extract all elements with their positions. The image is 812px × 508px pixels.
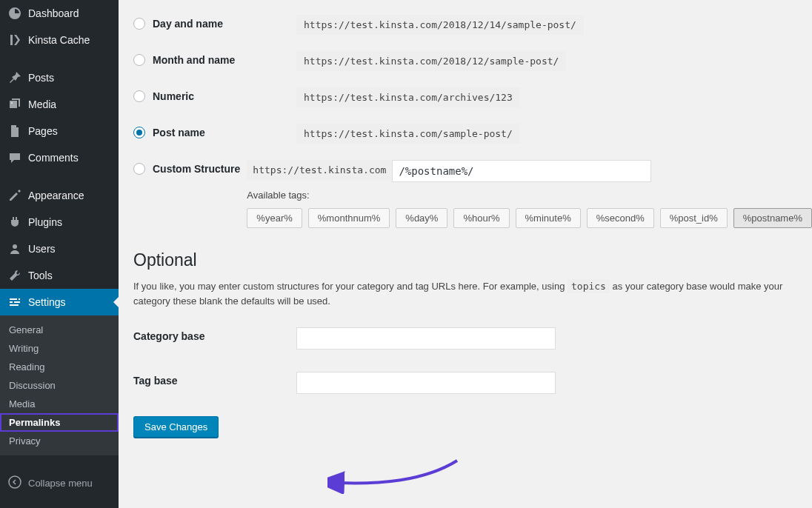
option-label: Month and name (153, 54, 235, 66)
collapse-label: Collapse menu (28, 478, 93, 489)
sidebar-item-label: Dashboard (28, 7, 79, 19)
svg-point-0 (11, 102, 13, 104)
appearance-icon (7, 188, 22, 203)
radio-day-name[interactable] (133, 18, 145, 30)
radio-numeric[interactable] (133, 90, 145, 102)
category-base-row: Category base (133, 327, 812, 350)
example-url: https://test.kinsta.com/archives/123 (296, 87, 520, 107)
save-changes-button[interactable]: Save Changes (133, 416, 219, 438)
users-icon (7, 241, 22, 256)
option-label: Numeric (153, 90, 194, 102)
submenu-item-discussion[interactable]: Discussion (0, 376, 119, 395)
option-label: Custom Structure (153, 163, 240, 175)
sidebar-item-users[interactable]: Users (0, 235, 119, 262)
sidebar-item-label: Appearance (28, 190, 84, 201)
sidebar-item-posts[interactable]: Posts (0, 64, 119, 91)
tools-icon (7, 268, 22, 283)
svg-rect-2 (10, 298, 17, 300)
svg-rect-5 (14, 301, 20, 303)
submenu-item-privacy[interactable]: Privacy (0, 432, 119, 450)
svg-point-1 (13, 244, 17, 249)
sidebar-item-dashboard[interactable]: Dashboard (0, 0, 119, 27)
comments-icon (7, 150, 22, 165)
main-content: Day and name https://test.kinsta.com/201… (119, 0, 812, 508)
permalink-option-month-name: Month and name https://test.kinsta.com/2… (133, 51, 812, 71)
plugins-icon (7, 215, 22, 230)
radio-label-day-name[interactable]: Day and name (133, 18, 296, 30)
sidebar-item-pages[interactable]: Pages (0, 118, 119, 144)
sidebar-item-plugins[interactable]: Plugins (0, 209, 119, 235)
permalink-option-day-name: Day and name https://test.kinsta.com/201… (133, 15, 812, 35)
optional-description: If you like, you may enter custom struct… (133, 279, 812, 308)
tag-hour[interactable]: %hour% (453, 208, 509, 228)
tag-minute[interactable]: %minute% (516, 208, 581, 228)
svg-point-7 (9, 476, 21, 488)
custom-url-prefix: https://test.kinsta.com (247, 160, 392, 180)
pin-icon (7, 70, 22, 85)
tag-year[interactable]: %year% (247, 208, 302, 228)
radio-post-name[interactable] (133, 127, 145, 138)
svg-rect-4 (10, 301, 13, 303)
tag-post-id[interactable]: %post_id% (660, 208, 728, 228)
sidebar-item-label: Tools (28, 270, 53, 281)
submenu-item-media[interactable]: Media (0, 395, 119, 413)
dashboard-icon (7, 6, 22, 21)
example-url: https://test.kinsta.com/sample-post/ (296, 124, 520, 144)
tag-base-input[interactable] (296, 372, 556, 394)
collapse-icon (7, 475, 22, 492)
admin-sidebar: Dashboard Kinsta Cache Posts Media Pages… (0, 0, 119, 508)
tag-monthnum[interactable]: %monthnum% (308, 208, 390, 228)
tag-postname[interactable]: %postname% (733, 208, 812, 228)
annotation-arrow-icon (327, 453, 461, 494)
sidebar-item-kinsta-cache[interactable]: Kinsta Cache (0, 27, 119, 53)
category-base-input[interactable] (296, 327, 556, 350)
submenu-item-permalinks[interactable]: Permalinks (0, 413, 119, 432)
tag-second[interactable]: %second% (587, 208, 654, 228)
permalink-option-custom: Custom Structure https://test.kinsta.com… (133, 160, 812, 228)
available-tags: %year% %monthnum% %day% %hour% %minute% … (247, 208, 812, 228)
tag-base-row: Tag base (133, 372, 812, 394)
option-label: Day and name (153, 18, 223, 30)
svg-rect-3 (19, 298, 20, 300)
submenu-item-writing[interactable]: Writing (0, 339, 119, 358)
radio-label-numeric[interactable]: Numeric (133, 90, 296, 102)
svg-rect-6 (10, 304, 19, 306)
radio-label-post-name[interactable]: Post name (133, 127, 296, 138)
pages-icon (7, 124, 22, 138)
optional-heading: Optional (133, 250, 812, 270)
submenu-item-general[interactable]: General (0, 321, 119, 339)
permalink-option-post-name: Post name https://test.kinsta.com/sample… (133, 124, 812, 144)
tag-base-label: Tag base (133, 372, 296, 387)
sidebar-item-label: Pages (28, 125, 58, 137)
tag-day[interactable]: %day% (396, 208, 447, 228)
kinsta-icon (7, 33, 22, 47)
sidebar-item-tools[interactable]: Tools (0, 262, 119, 289)
sidebar-item-label: Plugins (28, 216, 62, 228)
settings-icon (7, 295, 22, 310)
media-icon (7, 97, 22, 112)
radio-label-custom[interactable]: Custom Structure (133, 163, 247, 175)
sidebar-item-label: Comments (28, 152, 79, 164)
sidebar-item-label: Media (28, 98, 56, 110)
sidebar-item-label: Users (28, 243, 56, 255)
option-label: Post name (153, 127, 205, 138)
radio-month-name[interactable] (133, 54, 145, 66)
sidebar-item-comments[interactable]: Comments (0, 144, 119, 171)
category-base-label: Category base (133, 327, 296, 342)
sidebar-item-label: Posts (28, 72, 54, 84)
radio-label-month-name[interactable]: Month and name (133, 54, 296, 66)
example-url: https://test.kinsta.com/2018/12/14/sampl… (296, 15, 584, 35)
example-url: https://test.kinsta.com/2018/12/sample-p… (296, 51, 566, 71)
collapse-menu[interactable]: Collapse menu (0, 469, 119, 498)
available-tags-label: Available tags: (247, 190, 812, 201)
permalink-option-numeric: Numeric https://test.kinsta.com/archives… (133, 87, 812, 107)
sidebar-item-media[interactable]: Media (0, 91, 119, 118)
sidebar-item-settings[interactable]: Settings (0, 289, 119, 315)
custom-structure-input[interactable] (392, 160, 651, 182)
settings-submenu: General Writing Reading Discussion Media… (0, 315, 119, 455)
submenu-item-reading[interactable]: Reading (0, 358, 119, 376)
sidebar-item-label: Kinsta Cache (28, 34, 90, 46)
radio-custom[interactable] (133, 163, 145, 175)
sidebar-item-label: Settings (28, 296, 66, 308)
sidebar-item-appearance[interactable]: Appearance (0, 182, 119, 209)
